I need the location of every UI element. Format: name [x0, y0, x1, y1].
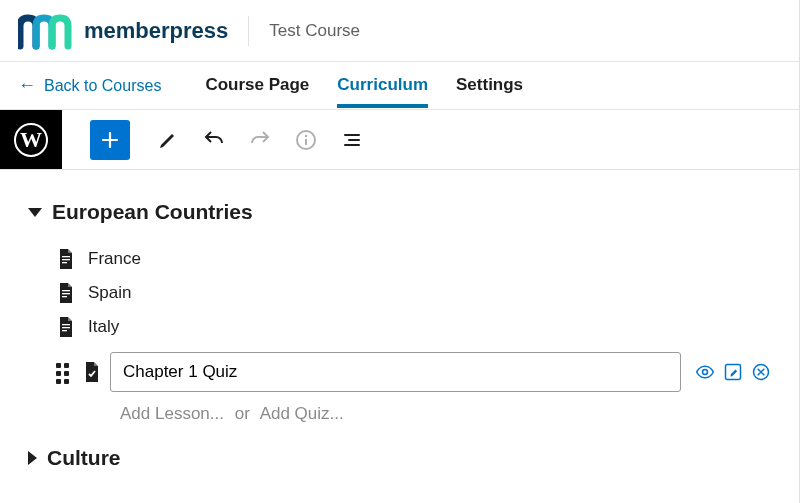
svg-rect-11 [62, 330, 67, 331]
list-icon [340, 128, 364, 152]
subheader: ← Back to Courses Course Page Curriculum… [0, 62, 799, 110]
quiz-entry-row [56, 352, 771, 392]
wordpress-logo-icon: W [14, 123, 48, 157]
add-lesson-link[interactable]: Add Lesson... [120, 404, 224, 423]
back-link-label: Back to Courses [44, 77, 161, 95]
lesson-label: Italy [88, 317, 119, 337]
lesson-list: France Spain Italy Add [58, 242, 771, 424]
brand: memberpress [18, 12, 228, 50]
svg-rect-10 [62, 327, 70, 328]
add-quiz-link[interactable]: Add Quiz... [260, 404, 344, 423]
curriculum-content: European Countries France Spain Italy [0, 170, 799, 474]
section-title: Culture [47, 446, 121, 470]
document-icon [58, 283, 74, 303]
disclosure-right-icon [28, 451, 37, 465]
svg-rect-8 [62, 296, 67, 297]
quiz-actions [691, 362, 771, 382]
lesson-item[interactable]: Spain [58, 276, 771, 310]
brand-name: memberpress [84, 18, 228, 44]
memberpress-logo-icon [18, 12, 78, 50]
course-title: Test Course [269, 21, 360, 41]
document-icon [58, 317, 74, 337]
lesson-item[interactable]: Italy [58, 310, 771, 344]
wordpress-badge[interactable]: W [0, 110, 62, 169]
svg-rect-5 [62, 262, 67, 263]
undo-button[interactable] [194, 120, 234, 160]
section-culture: Culture [28, 442, 771, 474]
svg-rect-9 [62, 324, 70, 325]
quiz-document-icon [84, 362, 100, 382]
section-header[interactable]: Culture [28, 442, 771, 474]
header-divider [248, 16, 249, 46]
tab-settings[interactable]: Settings [456, 64, 523, 107]
svg-point-1 [305, 134, 307, 136]
drag-handle-icon[interactable] [56, 363, 74, 381]
svg-rect-4 [62, 259, 70, 260]
disclosure-down-icon [28, 208, 42, 217]
add-separator: or [235, 404, 250, 423]
add-item-row: Add Lesson... or Add Quiz... [120, 404, 771, 424]
svg-point-12 [703, 370, 708, 375]
editor-toolbar-row: W [0, 110, 799, 170]
edit-button[interactable] [148, 120, 188, 160]
lesson-label: Spain [88, 283, 131, 303]
svg-rect-7 [62, 293, 70, 294]
lesson-label: France [88, 249, 141, 269]
app-header: memberpress Test Course [0, 0, 799, 62]
pencil-icon [156, 128, 180, 152]
back-to-courses-link[interactable]: ← Back to Courses [18, 75, 161, 96]
add-block-button[interactable] [90, 120, 130, 160]
delete-icon[interactable] [751, 362, 771, 382]
redo-icon [248, 128, 272, 152]
redo-button[interactable] [240, 120, 280, 160]
section-european-countries: European Countries France Spain Italy [28, 196, 771, 424]
undo-icon [202, 128, 226, 152]
section-title: European Countries [52, 200, 253, 224]
svg-rect-3 [62, 256, 70, 257]
document-icon [58, 249, 74, 269]
arrow-left-icon: ← [18, 75, 36, 96]
svg-rect-6 [62, 290, 70, 291]
tab-bar: Course Page Curriculum Settings [205, 64, 523, 107]
lesson-item[interactable]: France [58, 242, 771, 276]
tab-course-page[interactable]: Course Page [205, 64, 309, 107]
tab-curriculum[interactable]: Curriculum [337, 64, 428, 107]
preview-icon[interactable] [695, 362, 715, 382]
editor-toolbar [62, 110, 372, 169]
svg-rect-2 [305, 139, 307, 145]
plus-icon [98, 128, 122, 152]
quiz-title-input[interactable] [110, 352, 681, 392]
info-icon [294, 128, 318, 152]
outline-button[interactable] [332, 120, 372, 160]
section-header[interactable]: European Countries [28, 196, 771, 228]
info-button[interactable] [286, 120, 326, 160]
edit-icon[interactable] [723, 362, 743, 382]
